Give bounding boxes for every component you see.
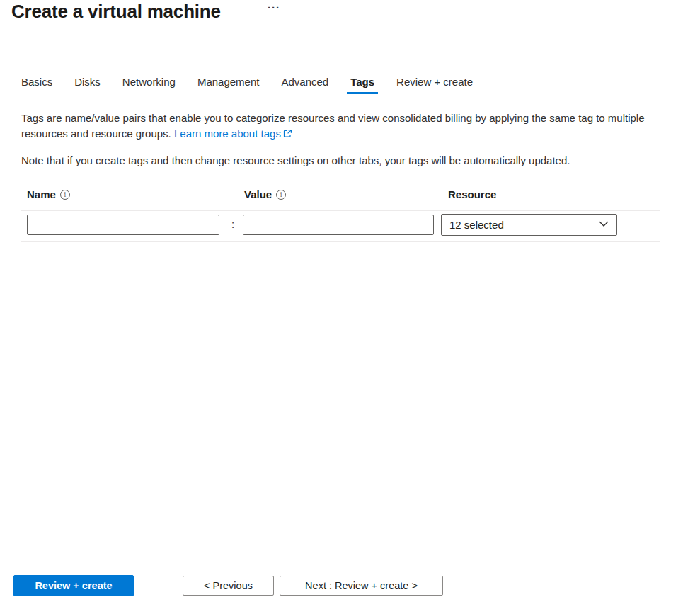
- tags-description-text: Tags are name/value pairs that enable yo…: [21, 112, 645, 140]
- tags-table: Name i Value i Resource : 12 selected: [21, 188, 660, 245]
- resource-dropdown-value: 12 selected: [449, 219, 504, 231]
- tab-disks[interactable]: Disks: [74, 76, 101, 94]
- name-header-label: Name: [27, 188, 56, 200]
- value-header-label: Value: [244, 188, 272, 200]
- next-button[interactable]: Next : Review + create >: [280, 576, 443, 596]
- tab-tags[interactable]: Tags: [350, 76, 374, 94]
- more-options-icon[interactable]: ···: [268, 1, 280, 13]
- learn-more-link-label: Learn more about tags: [174, 127, 281, 140]
- resource-dropdown[interactable]: 12 selected: [441, 214, 617, 236]
- tags-note: Note that if you create tags and then ch…: [21, 154, 672, 166]
- review-create-button[interactable]: Review + create: [13, 575, 134, 596]
- resource-header-label: Resource: [448, 188, 496, 200]
- name-info-icon[interactable]: i: [60, 190, 70, 200]
- wizard-tabs: Basics Disks Networking Management Advan…: [21, 76, 473, 94]
- page-title: Create a virtual machine: [11, 1, 221, 23]
- tab-networking[interactable]: Networking: [122, 76, 176, 94]
- name-value-separator: :: [228, 218, 238, 230]
- column-header-value: Value i: [244, 188, 286, 200]
- previous-button[interactable]: < Previous: [183, 576, 274, 596]
- table-header-divider: [21, 210, 660, 211]
- tab-advanced[interactable]: Advanced: [281, 76, 328, 94]
- chevron-down-icon: [598, 218, 609, 232]
- tags-description: Tags are name/value pairs that enable yo…: [21, 110, 658, 142]
- table-row-divider: [21, 241, 660, 242]
- tag-value-input[interactable]: [243, 215, 434, 235]
- column-header-resource: Resource: [448, 188, 496, 200]
- external-link-icon: [283, 127, 292, 142]
- tab-basics[interactable]: Basics: [21, 76, 52, 94]
- column-header-name: Name i: [27, 188, 70, 200]
- tag-name-input[interactable]: [27, 215, 219, 235]
- learn-more-link[interactable]: Learn more about tags: [174, 127, 292, 140]
- tab-management[interactable]: Management: [197, 76, 260, 94]
- tab-review-create[interactable]: Review + create: [396, 76, 473, 94]
- value-info-icon[interactable]: i: [276, 190, 286, 200]
